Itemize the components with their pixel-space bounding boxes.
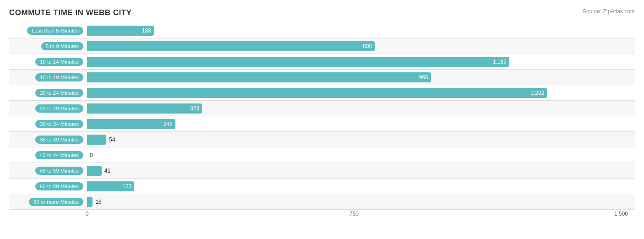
bar-value: 41 xyxy=(104,168,110,174)
chart-body: Less than 5 Minutes1885 to 9 Minutes8081… xyxy=(9,23,635,210)
x-tick: 0 xyxy=(86,211,89,217)
bar-label-text: Less than 5 Minutes xyxy=(27,27,83,35)
bar-label-text: 10 to 14 Minutes xyxy=(35,58,83,66)
bar-label-text: 60 to 89 Minutes xyxy=(35,182,83,190)
bar-fill: 808 xyxy=(87,41,375,51)
bar-fill xyxy=(87,197,93,207)
bar-value: 133 xyxy=(122,183,131,190)
bar-area: 133 xyxy=(87,179,635,194)
bar-row: 30 to 34 Minutes248 xyxy=(9,116,635,132)
bar-row: 25 to 29 Minutes323 xyxy=(9,101,635,116)
chart-source: Source: ZipAtlas.com xyxy=(583,8,635,15)
bar-fill: 133 xyxy=(87,181,134,191)
bar-label: 45 to 59 Minutes xyxy=(9,167,87,175)
bar-area: 41 xyxy=(87,163,635,178)
bar-row: 35 to 39 Minutes54 xyxy=(9,132,635,147)
bar-value: 966 xyxy=(419,74,428,81)
chart-container: COMMUTE TIME IN WEBB CITY Source: ZipAtl… xyxy=(0,0,644,239)
bar-label: 15 to 19 Minutes xyxy=(9,73,87,81)
bar-value: 808 xyxy=(363,43,372,49)
bar-area: 966 xyxy=(87,70,635,85)
bar-value: 1,292 xyxy=(530,90,544,96)
bar-fill: 188 xyxy=(87,26,154,36)
bar-fill: 1,186 xyxy=(87,57,509,67)
bar-label-text: 5 to 9 Minutes xyxy=(41,42,83,50)
bar-label: 5 to 9 Minutes xyxy=(9,42,87,50)
bar-row: 45 to 59 Minutes41 xyxy=(9,163,635,179)
bar-area: 1,292 xyxy=(87,85,635,100)
bar-value: 248 xyxy=(164,121,173,127)
chart-header: COMMUTE TIME IN WEBB CITY Source: ZipAtl… xyxy=(9,8,635,17)
bar-row: 20 to 24 Minutes1,292 xyxy=(9,85,635,101)
bar-value: 0 xyxy=(90,152,93,158)
bar-fill: 248 xyxy=(87,119,175,129)
bar-fill xyxy=(87,135,106,145)
bar-label: 60 to 89 Minutes xyxy=(9,182,87,190)
bar-value: 1,186 xyxy=(493,59,507,65)
bar-label: 35 to 39 Minutes xyxy=(9,136,87,144)
chart-title: COMMUTE TIME IN WEBB CITY xyxy=(9,8,131,17)
bar-label-text: 15 to 19 Minutes xyxy=(35,73,83,81)
bar-value: 16 xyxy=(95,199,101,205)
bar-label: 10 to 14 Minutes xyxy=(9,58,87,66)
bar-area: 808 xyxy=(87,38,635,54)
x-tick: 750 xyxy=(349,211,359,217)
bar-value: 54 xyxy=(109,136,115,143)
bar-fill: 323 xyxy=(87,103,202,114)
bar-row: 60 to 89 Minutes133 xyxy=(9,179,635,194)
bar-fill: 966 xyxy=(87,72,431,82)
bar-label-text: 45 to 59 Minutes xyxy=(35,167,83,175)
bar-area: 248 xyxy=(87,116,635,131)
bar-fill: 1,292 xyxy=(87,88,547,98)
bar-label: Less than 5 Minutes xyxy=(9,27,87,35)
bar-value: 188 xyxy=(142,27,151,34)
bar-label-text: 40 to 44 Minutes xyxy=(35,151,83,159)
bar-area: 1,186 xyxy=(87,54,635,69)
bar-row: 5 to 9 Minutes808 xyxy=(9,38,635,54)
bar-row: 10 to 14 Minutes1,186 xyxy=(9,54,635,70)
bar-area: 188 xyxy=(87,23,635,38)
bar-fill xyxy=(87,166,102,176)
bar-row: 15 to 19 Minutes966 xyxy=(9,70,635,85)
bar-label: 90 or more Minutes xyxy=(9,198,87,206)
bar-area: 0 xyxy=(87,147,635,163)
bar-label-text: 20 to 24 Minutes xyxy=(35,89,83,97)
bar-label-text: 90 or more Minutes xyxy=(29,198,83,206)
bar-value: 323 xyxy=(190,105,199,112)
bar-area: 54 xyxy=(87,132,635,147)
bar-label: 40 to 44 Minutes xyxy=(9,151,87,159)
bar-label-text: 30 to 34 Minutes xyxy=(35,120,83,128)
bar-label: 25 to 29 Minutes xyxy=(9,104,87,113)
bar-area: 16 xyxy=(87,194,635,209)
bar-label: 20 to 24 Minutes xyxy=(9,89,87,97)
x-tick: 1,500 xyxy=(614,211,628,217)
bar-label-text: 35 to 39 Minutes xyxy=(35,136,83,144)
x-axis: 07501,500 xyxy=(87,211,635,220)
bar-area: 323 xyxy=(87,101,635,116)
bar-label: 30 to 34 Minutes xyxy=(9,120,87,128)
bar-row: 40 to 44 Minutes0 xyxy=(9,147,635,163)
bar-label-text: 25 to 29 Minutes xyxy=(35,104,83,113)
bar-row: Less than 5 Minutes188 xyxy=(9,23,635,38)
bar-row: 90 or more Minutes16 xyxy=(9,194,635,210)
